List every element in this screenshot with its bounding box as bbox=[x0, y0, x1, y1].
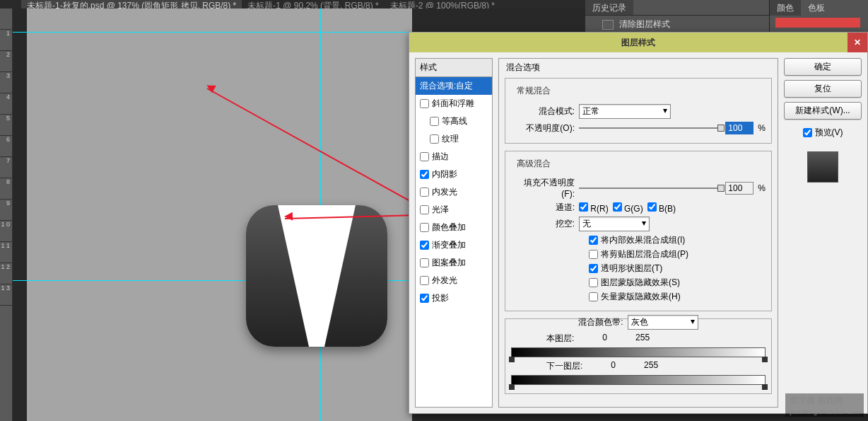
chevron-down-icon: ▾ bbox=[691, 316, 695, 328]
layer-style-dialog: 图层样式 ✕ 样式 混合选项:自定 斜面和浮雕 等高线 纹理 描边 内阴影 内发… bbox=[409, 32, 868, 414]
style-inner-shadow[interactable]: 内阴影 bbox=[416, 166, 492, 183]
blend-interior-checkbox[interactable]: 将内部效果混合成组(I) bbox=[511, 234, 766, 246]
swatches-tab[interactable]: 色板 bbox=[801, 0, 832, 16]
style-gradient-overlay[interactable]: 渐变叠加 bbox=[416, 236, 492, 254]
color-panel: 颜色 色板 bbox=[769, 0, 868, 34]
knockout-select[interactable]: 无▾ bbox=[579, 217, 650, 231]
styles-list: 样式 混合选项:自定 斜面和浮雕 等高线 纹理 描边 内阴影 内发光 光泽 颜色… bbox=[415, 58, 493, 408]
watermark: 查字典 教程网 jiaocheng.chazidian.com bbox=[785, 393, 864, 417]
style-contour[interactable]: 等高线 bbox=[416, 113, 492, 130]
opacity-input[interactable]: 100 bbox=[725, 122, 753, 134]
layer-style-icon bbox=[602, 20, 614, 30]
chevron-down-icon: ▾ bbox=[642, 218, 646, 230]
this-layer-gradient[interactable] bbox=[511, 347, 766, 357]
fill-opacity-label: 填充不透明度(F): bbox=[511, 177, 575, 199]
style-color-overlay[interactable]: 颜色叠加 bbox=[416, 219, 492, 236]
channel-label: 通道: bbox=[511, 202, 575, 214]
style-pattern-overlay[interactable]: 图案叠加 bbox=[416, 254, 492, 272]
panel-title: 混合选项 bbox=[506, 62, 772, 74]
general-blend-fieldset: 常规混合 混合模式: 正常▾ 不透明度(O): 100 % bbox=[505, 78, 772, 144]
transparency-shapes-checkbox[interactable]: 透明形状图层(T) bbox=[511, 263, 766, 275]
style-outer-glow[interactable]: 外发光 bbox=[416, 272, 492, 289]
dialog-title: 图层样式 ✕ bbox=[409, 33, 867, 52]
style-drop-shadow[interactable]: 投影 bbox=[416, 289, 492, 307]
chevron-down-icon: ▾ bbox=[663, 105, 667, 117]
ok-button[interactable]: 确定 bbox=[784, 58, 862, 76]
fill-slider[interactable] bbox=[579, 183, 721, 193]
color-tab[interactable]: 颜色 bbox=[770, 0, 801, 16]
blend-options-panel: 混合选项 常规混合 混合模式: 正常▾ 不透明度(O): 100 % 高级混合 bbox=[498, 58, 778, 408]
vector-mask-hide-checkbox[interactable]: 矢量蒙版隐藏效果(H) bbox=[511, 291, 766, 303]
styles-header: 样式 bbox=[416, 59, 492, 77]
new-style-button[interactable]: 新建样式(W)... bbox=[784, 102, 862, 120]
style-texture[interactable]: 纹理 bbox=[416, 130, 492, 148]
document-tab[interactable]: 未标题-1 @ 90.2% (背景, RGB/8) * bbox=[242, 0, 385, 8]
style-bevel[interactable]: 斜面和浮雕 bbox=[416, 95, 492, 113]
blend-clipped-checkbox[interactable]: 将剪贴图层混合成组(P) bbox=[511, 248, 766, 260]
blend-if-select[interactable]: 灰色▾ bbox=[628, 315, 698, 330]
document-tab[interactable]: 未标题-2 @ 100%(RGB/8) * bbox=[385, 0, 500, 8]
style-blend-options[interactable]: 混合选项:自定 bbox=[416, 77, 492, 95]
blend-mode-select[interactable]: 正常▾ bbox=[579, 104, 671, 119]
dialog-buttons: 确定 复位 新建样式(W)... 预览(V) bbox=[784, 58, 862, 408]
opacity-slider[interactable] bbox=[579, 123, 721, 133]
history-item[interactable]: 清除图层样式 bbox=[619, 18, 670, 30]
preview-checkbox[interactable]: 预览(V) bbox=[803, 127, 843, 139]
style-inner-glow[interactable]: 内发光 bbox=[416, 183, 492, 201]
history-tab[interactable]: 历史记录 bbox=[585, 0, 633, 15]
color-ramp[interactable] bbox=[775, 18, 860, 28]
fill-input[interactable]: 100 bbox=[725, 182, 753, 195]
style-stroke[interactable]: 描边 bbox=[416, 148, 492, 166]
document-tab[interactable]: 未标题-1-秋复的.psd @ 137% (圆角矩形 拷贝, RGB/8) * bbox=[21, 0, 242, 8]
vertical-ruler: 1 2 3 4 5 6 7 8 9 1 0 1 1 1 2 1 3 bbox=[0, 8, 13, 421]
channel-b-checkbox[interactable]: B(B) bbox=[647, 202, 676, 214]
next-layer-gradient[interactable] bbox=[511, 375, 766, 385]
preview-swatch bbox=[807, 151, 838, 183]
close-button[interactable]: ✕ bbox=[848, 33, 867, 52]
blend-if-label: 混合颜色带: bbox=[578, 316, 623, 328]
channel-g-checkbox[interactable]: G(G) bbox=[613, 202, 643, 214]
advanced-blend-fieldset: 高级混合 填充不透明度(F): 100 % 通道: R(R) G(G) B(B)… bbox=[505, 151, 772, 311]
icon-artwork bbox=[246, 205, 387, 347]
blend-if-fieldset: 混合颜色带: 灰色▾ 本图层:0255 下一图层:0255 bbox=[505, 318, 772, 394]
layer-mask-hide-checkbox[interactable]: 图层蒙版隐藏效果(S) bbox=[511, 277, 766, 289]
opacity-label: 不透明度(O): bbox=[511, 122, 575, 134]
blend-mode-label: 混合模式: bbox=[511, 105, 575, 117]
knockout-label: 挖空: bbox=[511, 218, 575, 230]
style-satin[interactable]: 光泽 bbox=[416, 201, 492, 219]
cancel-button[interactable]: 复位 bbox=[784, 80, 862, 98]
channel-r-checkbox[interactable]: R(R) bbox=[579, 202, 609, 214]
